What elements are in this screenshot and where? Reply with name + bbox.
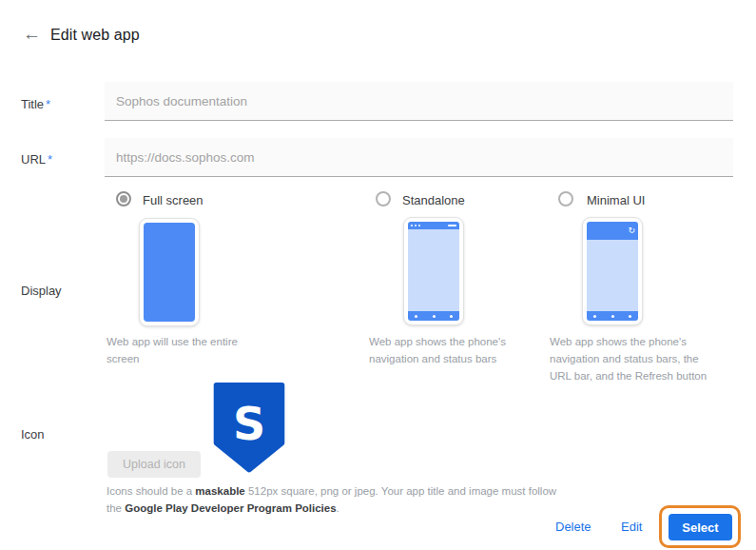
radio-label-standalone[interactable]: Standalone [402,193,465,207]
radio-label-minimal-ui[interactable]: Minimal UI [587,193,645,207]
phone-screen [587,240,638,311]
option-desc-standalone: Web app shows the phone's navigation and… [369,334,531,368]
phone-nav-bar [587,311,638,321]
phone-screen [144,223,195,322]
phone-nav-bar [408,311,459,321]
url-field-label: URL* [21,152,52,167]
phone-illustration-full-screen [139,218,200,326]
url-input[interactable] [105,138,733,177]
delete-button[interactable]: Delete [555,520,591,534]
phone-status-bar [408,222,459,229]
radio-full-screen[interactable] [116,191,131,206]
title-field-label: Title* [21,97,50,111]
radio-minimal-ui[interactable] [558,191,573,206]
back-icon[interactable]: ← [23,25,41,43]
display-section-label: Display [21,284,62,298]
sophos-logo: S [210,381,288,476]
radio-standalone[interactable] [376,191,391,206]
url-label-text: URL [21,152,46,167]
radio-label-full-screen[interactable]: Full screen [143,193,204,207]
icon-section-label: Icon [21,427,45,442]
option-desc-full-screen: Web app will use the entire screen [107,334,259,368]
page-title: Edit web app [50,27,140,44]
help-text-part: Icons should be a [107,485,195,497]
phone-url-bar: ↻ [587,222,638,240]
url-required-asterisk: * [48,152,52,167]
title-label-text: Title [21,97,44,111]
battery-icon [448,225,456,227]
help-text-part: . [337,502,339,514]
option-desc-minimal-ui: Web app shows the phone's navigation and… [550,334,719,384]
phone-illustration-minimal-ui: ↻ [582,217,643,325]
title-input[interactable] [105,82,733,121]
phone-illustration-standalone [403,217,464,325]
svg-text:S: S [233,398,265,450]
status-dots-icon [411,225,420,226]
phone-screen [408,229,459,311]
refresh-icon: ↻ [628,226,635,235]
help-text-policies-link: Google Play Developer Program Policies [125,502,336,514]
select-button[interactable]: Select [669,514,732,540]
help-text-maskable: maskable [195,485,244,497]
edit-button[interactable]: Edit [621,520,642,534]
title-required-asterisk: * [46,97,50,111]
icon-help-text: Icons should be a maskable 512px square,… [107,482,563,518]
upload-icon-button[interactable]: Upload icon [107,451,201,478]
